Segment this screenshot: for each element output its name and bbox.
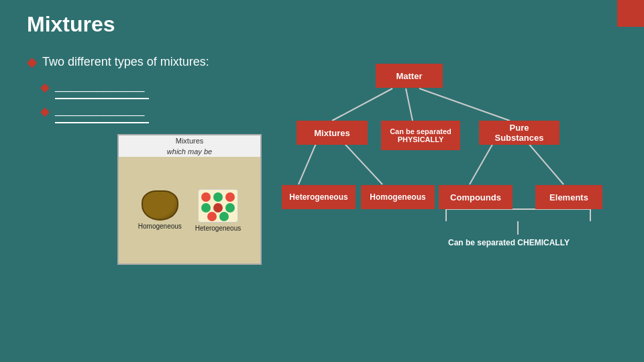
pure-substances-box: Pure Substances: [479, 121, 559, 145]
bullet-item-1: ◆ _______________: [40, 75, 149, 99]
matter-box: Matter: [376, 64, 443, 88]
elements-box: Elements: [535, 185, 602, 209]
heterogeneous-box: Heterogeneous: [282, 185, 356, 209]
blank-2: _______________: [55, 100, 149, 123]
ball-1: [201, 192, 211, 202]
bullet-icon: ◆: [27, 54, 37, 70]
ball-8: [219, 212, 229, 221]
can-be-separated-label: Can be separated PHYSICALLY: [390, 127, 451, 143]
homogeneous-label: Homogeneous: [370, 192, 425, 202]
chem-separation-label: Can be separated CHEMICALLY: [448, 238, 570, 247]
ball-2: [213, 192, 223, 202]
homo-visual: [142, 190, 178, 221]
intro-bullet: ◆ Two different types of mixtures:: [27, 54, 209, 70]
page-title: Mixtures: [27, 12, 115, 37]
arrow-icon-2: ◆: [40, 99, 50, 123]
homogeneous-box: Homogeneous: [361, 185, 435, 209]
heterogeneous-label: Heterogeneous: [289, 192, 347, 202]
svg-line-1: [406, 88, 413, 121]
arrow-icon-1: ◆: [40, 75, 50, 99]
elements-label: Elements: [549, 192, 588, 202]
intro-text: Two different types of mixtures:: [42, 55, 209, 69]
bullet-list: ◆ _______________ ◆ _______________: [40, 75, 149, 123]
homo-label: Homogeneous: [138, 223, 182, 230]
diagram: Matter Mixtures Can be separated PHYSICA…: [282, 60, 631, 328]
svg-line-2: [419, 88, 510, 121]
mixture-image: Mixtures which may be Homogeneous: [117, 134, 262, 265]
hetero-visual: [198, 189, 238, 223]
pure-substances-label: Pure Substances: [484, 123, 554, 143]
corner-decoration: [617, 0, 644, 27]
svg-line-0: [332, 88, 392, 121]
ball-7: [207, 212, 217, 221]
can-be-separated-box: Can be separated PHYSICALLY: [381, 121, 460, 150]
ball-3: [225, 192, 235, 202]
ball-5: [213, 203, 223, 213]
ball-4: [201, 203, 211, 213]
mixtures-box: Mixtures: [297, 121, 368, 145]
hetero-label: Heterogeneous: [195, 225, 241, 232]
image-content: Homogeneous Heterogeneous: [119, 157, 260, 263]
bullet-item-2: ◆ _______________: [40, 99, 149, 123]
image-subtitle: which may be: [119, 146, 260, 157]
blank-1: _______________: [55, 76, 149, 99]
image-title: Mixtures: [119, 135, 260, 146]
matter-label: Matter: [396, 71, 422, 81]
compounds-label: Compounds: [450, 192, 501, 202]
mixtures-label: Mixtures: [314, 128, 350, 138]
ball-6: [225, 203, 235, 213]
image-row: Homogeneous Heterogeneous: [138, 189, 241, 232]
compounds-box: Compounds: [439, 185, 513, 209]
